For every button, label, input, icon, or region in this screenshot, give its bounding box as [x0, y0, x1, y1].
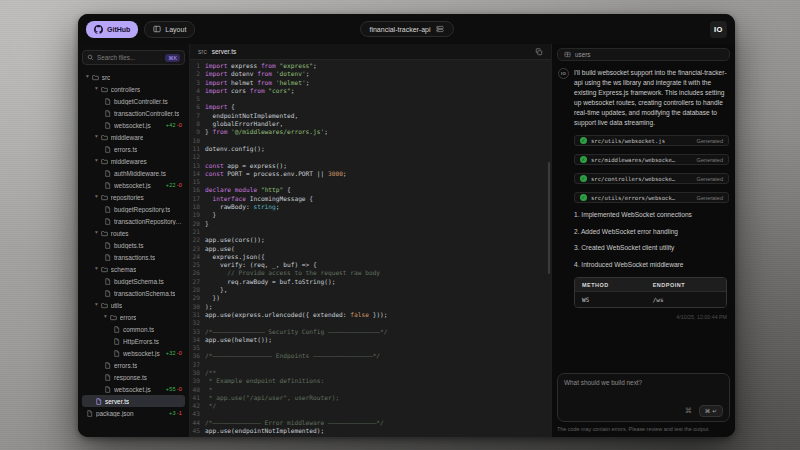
generated-files-list: ✓src/utils/websocket.jsGenerated✓src/mid… — [574, 135, 729, 203]
chevron-down-icon: ▾ — [86, 74, 89, 80]
code-line: 23app.use( — [190, 245, 551, 253]
chat-messages[interactable]: IO I'll build websocket support into the… — [557, 61, 730, 373]
command-icon[interactable]: ⌘ — [685, 407, 692, 415]
diff-stats: +3-1 — [169, 410, 182, 416]
generated-file-chip[interactable]: ✓src/utils/websocket.jsGenerated — [574, 135, 729, 146]
send-shortcut-label: ⌘ ↵ — [705, 408, 717, 414]
file-icon — [104, 182, 111, 189]
message-timestamp: 4/10/25, 12:00:44 PM — [558, 314, 727, 320]
tree-item-label: package.json — [96, 410, 134, 417]
chat-composer[interactable]: ⌘ ⌘ ↵ — [557, 373, 730, 422]
code-line: 6import { — [190, 103, 551, 111]
check-icon: ✓ — [580, 137, 587, 144]
tree-file-response.ts[interactable]: response.ts — [82, 371, 185, 383]
folder-icon — [110, 314, 117, 321]
code-line: 3import helmet from 'helmet'; — [190, 79, 551, 87]
tree-item-label: transactionRepository.ts — [114, 218, 182, 225]
tab-users[interactable]: users — [557, 48, 730, 61]
tree-folder-utils[interactable]: ▾utils — [82, 299, 185, 311]
tree-file-budgetRepository.ts[interactable]: budgetRepository.ts — [82, 203, 185, 215]
generated-file-chip[interactable]: ✓src/controllers/websocke…Generated — [574, 173, 729, 184]
code-line: 22app.use(cors()); — [190, 236, 551, 244]
tree-folder-middleware[interactable]: ▾middleware — [82, 131, 185, 143]
tree-folder-src[interactable]: ▾src — [82, 71, 185, 83]
step-item: 4. Introduced WebSocket middleware — [574, 261, 729, 268]
tree-item-label: transactionController.ts — [114, 110, 179, 117]
chat-input[interactable] — [564, 379, 723, 405]
tree-item-label: budgetController.ts — [114, 98, 168, 105]
chevron-down-icon: ▾ — [95, 158, 98, 164]
tree-item-label: errors — [120, 314, 137, 321]
table-header: METHOD — [575, 278, 646, 292]
generated-file-chip[interactable]: ✓src/middlewares/websocke…Generated — [574, 154, 729, 165]
tree-item-label: authMiddleware.ts — [114, 170, 166, 177]
folder-icon — [101, 134, 108, 141]
tree-file-transactionRepository.ts[interactable]: transactionRepository.ts — [82, 215, 185, 227]
tree-file-websocket.js[interactable]: websocket.js+32-0 — [82, 347, 185, 359]
generated-file-path: src/middlewares/websocke… — [591, 157, 693, 163]
code-line: 10 — [190, 137, 551, 145]
assistant-message-text: I'll build websocket support into the fi… — [574, 68, 729, 127]
tree-file-transactions.ts[interactable]: transactions.ts — [82, 251, 185, 263]
code-line: 32 — [190, 319, 551, 327]
tree-item-label: routes — [111, 230, 129, 237]
file-icon — [104, 386, 111, 393]
copy-icon — [535, 48, 543, 56]
editor-scrollbar[interactable] — [548, 162, 551, 274]
generated-file-path: src/utils/websocket.js — [591, 138, 693, 144]
tree-item-label: src — [102, 74, 111, 81]
tree-item-label: websocket.js — [123, 350, 160, 357]
tree-file-common.ts[interactable]: common.ts — [82, 323, 185, 335]
tree-file-budgets.ts[interactable]: budgets.ts — [82, 239, 185, 251]
send-button[interactable]: ⌘ ↵ — [699, 405, 723, 417]
window-body: ⌘K ▾src▾controllersbudgetController.tstr… — [78, 44, 735, 437]
code-line: 9} from '@/middlewares/errors.js'; — [190, 128, 551, 136]
github-button[interactable]: GitHub — [86, 21, 138, 38]
tree-item-label: websocket.js — [114, 386, 151, 393]
tree-file-transactionSchema.ts[interactable]: transactionSchema.ts — [82, 287, 185, 299]
copy-button[interactable] — [535, 48, 543, 56]
tree-file-HttpErrors.ts[interactable]: HttpErrors.ts — [82, 335, 185, 347]
tree-file-websocket.js[interactable]: websocket.js+22-0 — [82, 179, 185, 191]
check-icon: ✓ — [580, 156, 587, 163]
file-icon — [104, 122, 111, 129]
code-line: 43 — [190, 410, 551, 418]
tree-file-websocket.js[interactable]: websocket.js+42-0 — [82, 119, 185, 131]
step-item: 1. Implemented WebSocket connections — [574, 211, 729, 218]
code-line: 18 rawBody: string; — [190, 203, 551, 211]
file-search[interactable]: ⌘K — [82, 50, 185, 65]
code-line: 41 * app.use("/api/user", userRouter); — [190, 394, 551, 402]
tree-file-errors.ts[interactable]: errors.ts — [82, 359, 185, 371]
layout-button[interactable]: Layout — [144, 21, 195, 38]
steps-list: 1. Implemented WebSocket connections2. A… — [574, 211, 729, 268]
table-header: ENDPOINT — [646, 278, 726, 292]
tree-folder-repositories[interactable]: ▾repositories — [82, 191, 185, 203]
code-editor[interactable]: src server.ts 1import express from "expr… — [190, 44, 551, 437]
tree-file-budgetController.ts[interactable]: budgetController.ts — [82, 95, 185, 107]
tree-file-server.ts[interactable]: server.ts — [82, 395, 185, 407]
tree-file-errors.ts[interactable]: errors.ts — [82, 143, 185, 155]
chevron-down-icon: ▾ — [95, 134, 98, 140]
code-line: 36/*———————————————— Endpoints —————————… — [190, 352, 551, 360]
tree-file-package.json[interactable]: package.json+3-1 — [82, 407, 185, 419]
generated-file-chip[interactable]: ✓src/utils/errors/websock…Generated — [574, 192, 729, 203]
tree-folder-schemas[interactable]: ▾schemas — [82, 263, 185, 275]
tree-file-authMiddleware.ts[interactable]: authMiddleware.ts — [82, 167, 185, 179]
search-input[interactable] — [97, 54, 162, 61]
tree-folder-routes[interactable]: ▾routes — [82, 227, 185, 239]
file-icon — [113, 326, 120, 333]
tree-folder-middlewares[interactable]: ▾middlewares — [82, 155, 185, 167]
project-selector[interactable]: financial-tracker-api — [359, 21, 453, 37]
breadcrumb-dir: src — [198, 48, 207, 55]
tree-file-transactionController.ts[interactable]: transactionController.ts — [82, 107, 185, 119]
folder-icon — [101, 158, 108, 165]
tree-folder-errors[interactable]: ▾errors — [82, 311, 185, 323]
tree-file-budgetSchema.ts[interactable]: budgetSchema.ts — [82, 275, 185, 287]
folder-icon — [101, 230, 108, 237]
generated-file-status: Generated — [697, 157, 723, 163]
file-icon — [104, 110, 111, 117]
tree-folder-controllers[interactable]: ▾controllers — [82, 83, 185, 95]
app-window: GitHub Layout financial-tracker-api IO — [78, 14, 735, 437]
tree-file-websocket.js[interactable]: websocket.js+55-0 — [82, 383, 185, 395]
folder-icon — [101, 194, 108, 201]
